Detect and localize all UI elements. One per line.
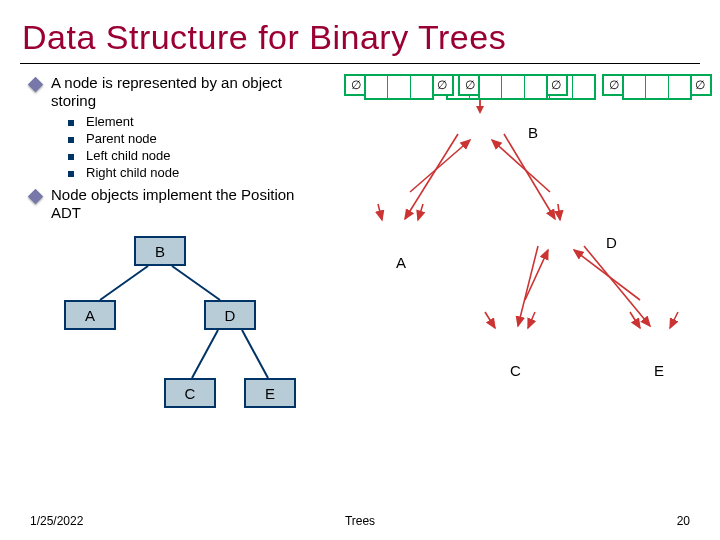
node-structure-diagram: ∅ B ∅ ∅ A D [310, 74, 710, 434]
footer-page: 20 [677, 514, 690, 528]
svg-line-21 [670, 312, 678, 328]
square-icon [68, 154, 74, 160]
square-icon [68, 171, 74, 177]
svg-line-7 [405, 134, 458, 219]
svg-line-3 [242, 330, 268, 378]
sub-bullet: Parent node [68, 131, 310, 146]
svg-line-20 [630, 312, 640, 328]
bullet-1-text: A node is represented by an object stori… [51, 74, 310, 110]
bullet-2-text: Node objects implement the Position ADT [51, 186, 310, 222]
svg-line-18 [485, 312, 495, 328]
tree-edges [30, 228, 290, 428]
svg-line-17 [558, 204, 560, 220]
svg-line-11 [518, 246, 538, 326]
sub-text: Parent node [86, 131, 157, 146]
diamond-icon [28, 77, 44, 93]
svg-line-13 [525, 250, 548, 300]
sub-text: Left child node [86, 148, 171, 163]
svg-line-8 [504, 134, 555, 219]
square-icon [68, 137, 74, 143]
svg-line-10 [492, 140, 550, 192]
svg-line-12 [584, 246, 650, 326]
svg-line-0 [100, 266, 148, 300]
svg-line-9 [410, 140, 470, 192]
left-column: A node is represented by an object stori… [0, 74, 310, 438]
svg-line-2 [192, 330, 218, 378]
square-icon [68, 120, 74, 126]
footer-center: Trees [345, 514, 375, 528]
svg-line-14 [574, 250, 640, 300]
slide-title: Data Structure for Binary Trees [0, 0, 720, 57]
footer: 1/25/2022 Trees 20 [0, 514, 720, 528]
right-column: ∅ B ∅ ∅ A D [310, 74, 710, 438]
sub-text: Element [86, 114, 134, 129]
svg-line-19 [528, 312, 535, 328]
sub-bullet: Element [68, 114, 310, 129]
sub-text: Right child node [86, 165, 179, 180]
bullet-1: A node is represented by an object stori… [30, 74, 310, 110]
svg-line-15 [378, 204, 382, 220]
pointer-arrows [310, 74, 720, 394]
svg-line-16 [418, 204, 423, 220]
sub-bullet: Right child node [68, 165, 310, 180]
svg-line-1 [172, 266, 220, 300]
diamond-icon [28, 189, 44, 205]
bullet-2: Node objects implement the Position ADT [30, 186, 310, 222]
sub-bullet-list: Element Parent node Left child node Righ… [30, 114, 310, 180]
left-tree-diagram: B A D C E [30, 228, 290, 438]
content-area: A node is represented by an object stori… [0, 64, 720, 438]
sub-bullet: Left child node [68, 148, 310, 163]
footer-date: 1/25/2022 [30, 514, 83, 528]
